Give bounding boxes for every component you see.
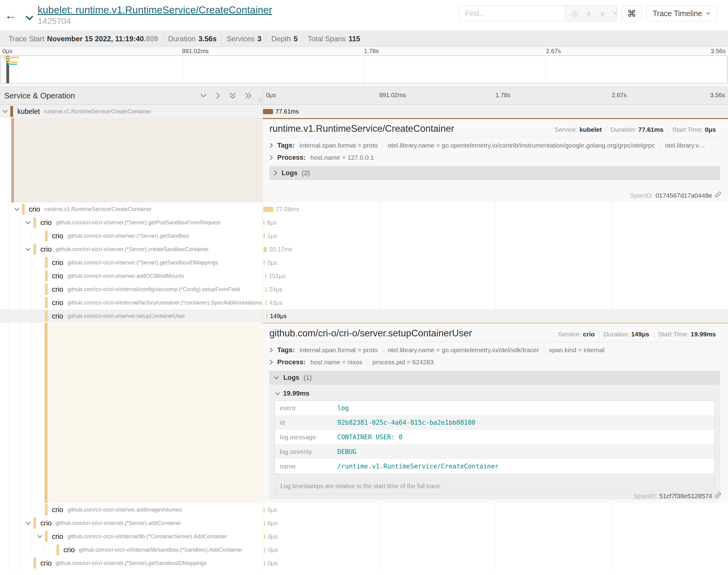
trace-title-link[interactable]: kubelet: runtime.v1.RuntimeService/Creat… (38, 4, 272, 16)
span-row-name-cell[interactable]: crio github.com/cri-o/cri-o/server.addIm… (0, 503, 263, 516)
span-row-timeline-cell[interactable]: 77.61ms (263, 105, 728, 118)
span-row-name-cell[interactable]: crio github.com/cri-o/cri-o/server.(*Ser… (0, 216, 263, 229)
logs-toggle[interactable]: Logs (2) (269, 166, 720, 180)
span-collapse-chevron-icon[interactable] (14, 207, 22, 211)
span-row-name-cell[interactable]: crio github.com/cri-o/cri-o/server.(*Ser… (0, 243, 263, 256)
service-name: crio (52, 299, 63, 307)
span-row-name-cell[interactable]: crio github.com/cri-o/cri-o/server.(*Ser… (0, 256, 263, 269)
deep-link-icon[interactable] (715, 191, 721, 199)
span-row-name-cell[interactable]: crio github.com/cri-o/cri-o/internal/fac… (0, 296, 263, 309)
expand-one-icon[interactable] (216, 92, 220, 99)
service-name: crio (40, 245, 52, 253)
span-duration-label: 77.61ms (275, 108, 299, 115)
span-row[interactable]: crio github.com/cri-o/cri-o/server.(*Ser… (0, 216, 728, 229)
span-detail-title: runtime.v1.RuntimeService/CreateContaine… (269, 123, 550, 134)
span-row[interactable]: crio github.com/cri-o/cri-o/internal/lib… (0, 530, 728, 543)
span-duration-label: 1μs (267, 233, 277, 240)
span-row-name-cell[interactable]: crio github.com/cri-o/cri-o/server.(*Ser… (0, 229, 263, 243)
find-input[interactable] (460, 6, 565, 21)
span-row-timeline-cell[interactable]: 1μs (263, 229, 728, 243)
service-name: crio (52, 312, 63, 320)
span-duration-bar (264, 247, 267, 252)
span-row-timeline-cell[interactable]: 3μs (263, 530, 728, 543)
service-color-bar (45, 297, 48, 308)
span-row[interactable]: crio github.com/cri-o/cri-o/internal/con… (0, 283, 728, 296)
span-row-timeline-cell[interactable]: 0μs (263, 256, 728, 269)
span-row[interactable]: crio github.com/cri-o/cri-o/server.addIm… (0, 503, 728, 516)
collapse-one-icon[interactable] (200, 94, 207, 98)
span-row[interactable]: crio github.com/cri-o/cri-o/server.addOC… (0, 269, 728, 283)
span-row[interactable]: crio github.com/cri-o/cri-o/server.(*Ser… (0, 516, 728, 530)
span-row[interactable]: crio github.com/cri-o/cri-o/server.(*Ser… (0, 556, 728, 570)
span-collapse-chevron-icon[interactable] (2, 110, 10, 113)
process-row[interactable]: Process: host.name = 127.0.0.1 (269, 151, 720, 164)
span-row-name-cell[interactable]: crio runtime.v1.RuntimeService/CreateCon… (0, 202, 263, 216)
span-row[interactable]: crio runtime.v1.RuntimeService/CreateCon… (0, 202, 728, 216)
span-collapse-chevron-icon[interactable] (26, 221, 33, 224)
span-row-timeline-cell[interactable]: 151μs (263, 269, 728, 283)
span-row-timeline-cell[interactable]: 0μs (263, 503, 728, 516)
span-row-name-cell[interactable]: crio github.com/cri-o/cri-o/internal/lib… (0, 543, 263, 556)
tags-row[interactable]: Tags: internal.span.format = proto otel.… (269, 139, 720, 151)
span-row-name-cell[interactable]: crio github.com/cri-o/cri-o/server.(*Ser… (0, 556, 263, 570)
log-field-row: log.severityDEBUG (275, 444, 715, 459)
span-collapse-chevron-icon[interactable] (26, 247, 33, 251)
span-row-timeline-cell[interactable]: 77.08ms (263, 202, 728, 216)
collapse-all-icon[interactable] (229, 92, 236, 99)
operation-name: github.com/cri-o/cri-o/internal/lib.(*Co… (67, 533, 227, 540)
span-row[interactable]: crio github.com/cri-o/cri-o/internal/fac… (0, 296, 728, 309)
next-result-icon[interactable]: ∨ (599, 9, 605, 18)
span-duration-label: 8μs (267, 219, 277, 226)
log-entry-toggle[interactable]: 19.99ms (274, 388, 715, 400)
span-row[interactable]: kubelet runtime.v1.RuntimeService/Create… (0, 105, 728, 118)
span-collapse-chevron-icon[interactable] (37, 535, 45, 538)
deep-link-icon[interactable] (715, 492, 721, 500)
span-row-timeline-cell[interactable]: 6μs (263, 516, 728, 530)
span-row-timeline-cell[interactable]: 0μs (263, 543, 728, 556)
service-tint (14, 118, 263, 202)
chevron-right-icon (269, 360, 273, 365)
span-row-timeline-cell[interactable]: 149μs (263, 309, 728, 323)
span-row-name-cell[interactable]: kubelet runtime.v1.RuntimeService/Create… (0, 105, 263, 118)
span-row[interactable]: crio github.com/cri-o/cri-o/server.(*Ser… (0, 243, 728, 256)
keyboard-shortcuts-button[interactable]: ⌘ (622, 5, 641, 21)
span-row-name-cell[interactable]: crio github.com/cri-o/cri-o/server.addOC… (0, 269, 263, 283)
span-row-timeline-cell[interactable]: 24μs (263, 283, 728, 296)
span-row-timeline-cell[interactable]: 43μs (263, 296, 728, 309)
trace-depth: Depth5 (267, 35, 303, 43)
span-row-name-cell[interactable]: crio github.com/cri-o/cri-o/internal/con… (0, 283, 263, 296)
minimap-span-bar (8, 64, 17, 65)
operation-name: github.com/cri-o/cri-o/internal/lib/sand… (79, 547, 242, 553)
span-row-name-cell[interactable]: crio github.com/cri-o/cri-o/server.(*Ser… (0, 516, 263, 530)
service-color-bar (10, 106, 13, 117)
span-row[interactable]: crio github.com/cri-o/cri-o/server.setup… (0, 309, 728, 323)
locate-icon[interactable]: ◎ (571, 9, 578, 18)
span-row-timeline-cell[interactable]: 20.17ms (263, 243, 728, 256)
span-row[interactable]: crio github.com/cri-o/cri-o/internal/lib… (0, 543, 728, 556)
clear-search-icon[interactable]: × (613, 9, 617, 18)
prev-result-icon[interactable]: ∧ (586, 9, 592, 18)
process-row[interactable]: Process: host.name = nixos process.pid =… (269, 356, 720, 368)
service-color-bar (57, 544, 59, 555)
span-row-name-cell[interactable]: crio github.com/cri-o/cri-o/internal/lib… (0, 530, 263, 543)
span-row[interactable]: crio github.com/cri-o/cri-o/server.(*Ser… (0, 256, 728, 269)
span-row-timeline-cell[interactable]: 8μs (263, 216, 728, 229)
tags-row[interactable]: Tags: internal.span.format = proto otel.… (269, 344, 720, 356)
minimap-canvas[interactable] (1, 56, 727, 83)
timeline-minimap[interactable]: 0μs 891.02ms 1.78s 2.67s 3.56s (0, 47, 728, 87)
span-duration-bar (264, 507, 265, 512)
span-row[interactable]: crio github.com/cri-o/cri-o/server.(*Ser… (0, 229, 728, 243)
trace-view-dropdown[interactable]: Trace Timeline (646, 5, 717, 21)
expand-all-icon[interactable] (245, 92, 252, 99)
span-row-name-cell[interactable]: crio github.com/cri-o/cri-o/server.setup… (0, 309, 263, 323)
back-arrow-icon[interactable]: ← (0, 8, 21, 22)
span-row-timeline-cell[interactable]: 0μs (263, 556, 728, 570)
chevron-right-icon (269, 347, 273, 353)
trace-title-collapse-icon[interactable] (26, 15, 33, 20)
logs-toggle[interactable]: Logs (1) (269, 371, 720, 385)
log-field-row: eventlog (275, 401, 715, 416)
tag: otel.library.name = go.opentelemetry.io/… (383, 346, 544, 354)
column-resize-handle[interactable]: || (258, 97, 262, 103)
span-detail-panel: runtime.v1.RuntimeService/CreateContaine… (263, 118, 728, 202)
span-collapse-chevron-icon[interactable] (26, 521, 33, 525)
